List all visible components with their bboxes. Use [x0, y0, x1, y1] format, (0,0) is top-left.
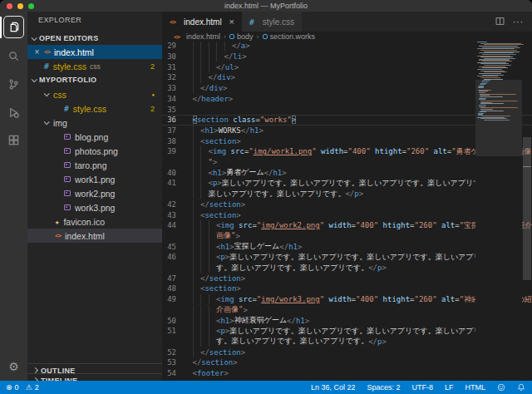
token: > — [243, 306, 247, 314]
minimap-line — [480, 77, 500, 78]
open-editor-style.css[interactable]: #style.csscss2 — [27, 59, 162, 73]
line-number: 35 — [162, 106, 185, 114]
scrollbar-thumb[interactable] — [523, 137, 531, 280]
activity-source-control-icon[interactable] — [0, 70, 27, 98]
tree-item-work1.png[interactable]: work1.png — [27, 172, 162, 186]
line-number: 47 — [162, 274, 185, 283]
line-number: 53 — [162, 358, 185, 367]
token: class — [233, 116, 255, 124]
token: > — [235, 232, 239, 240]
breadcrumb-item-body[interactable]: body — [229, 32, 254, 41]
html-file-icon: <> — [44, 48, 50, 56]
tree-item-photos.png[interactable]: photos.png — [27, 144, 162, 158]
code-text: </header> — [185, 94, 233, 105]
indent-guides — [185, 72, 209, 83]
vscode-window: index.html — MyPortfolio ⚙ EXPLORER OPEN… — [0, 0, 532, 394]
token: す。楽しいアプリです。楽しいアプリです。 — [216, 263, 368, 273]
tree-item-style.css[interactable]: #style.css2 — [27, 101, 162, 116]
indent-guides — [185, 146, 209, 157]
activity-extensions-icon[interactable] — [0, 126, 27, 155]
token: "260" — [414, 221, 436, 229]
close-icon[interactable]: × — [229, 17, 234, 27]
minimap-line — [484, 65, 511, 66]
tree-item-img[interactable]: img — [27, 116, 162, 130]
token: </ — [224, 52, 234, 61]
feedback-icon[interactable] — [497, 383, 505, 392]
status-ln-36-col-22[interactable]: Ln 36, Col 22 — [311, 383, 356, 392]
file-label: work1.png — [75, 175, 115, 185]
token: > — [234, 63, 239, 71]
breadcrumb-item-index.html[interactable]: <>index.html — [174, 32, 220, 41]
open-editors-header[interactable]: OPEN EDITORS — [27, 32, 162, 45]
code-text: <section> — [185, 283, 241, 294]
status-spaces-2[interactable]: Spaces: 2 — [367, 383, 400, 392]
tree-item-favicon.ico[interactable]: ★favicon.ico — [27, 214, 162, 229]
image-file-icon — [64, 190, 71, 196]
tree-item-work2.png[interactable]: work2.png — [27, 186, 162, 200]
gear-icon[interactable]: ⚙ — [0, 356, 27, 377]
line-number: 38 — [162, 137, 185, 145]
activity-explorer-icon[interactable] — [0, 13, 27, 42]
problems-status[interactable]: ⊗0⚠2 — [0, 383, 43, 392]
token: > — [242, 52, 246, 61]
token: 楽しいアプリです。楽しいアプリです。楽しいアプリです。楽しいアプリです。 — [222, 178, 496, 189]
more-actions-icon[interactable]: ··· — [513, 17, 524, 27]
file-label: photos.png — [75, 146, 118, 156]
code-text: <p>楽しいアプリです。楽しいアプリです。楽しいアプリです。楽しいアプリで — [185, 326, 489, 337]
split-editor-icon[interactable] — [495, 14, 505, 29]
token: 宝探しゲーム — [234, 241, 280, 252]
code-text: </section> — [185, 273, 245, 283]
activity-search-icon[interactable] — [0, 42, 27, 70]
close-icon[interactable]: × — [33, 47, 41, 57]
indent-guides — [185, 94, 193, 105]
activity-debug-icon[interactable] — [0, 98, 27, 126]
token: > — [292, 116, 296, 124]
token: section — [204, 284, 236, 293]
problem-count: 2 — [35, 383, 39, 392]
code-text: <footer> — [185, 368, 229, 379]
token: </ — [200, 84, 209, 92]
token: 楽しいアプリです。楽しいアプリです。 — [209, 189, 346, 199]
token: h1 — [288, 243, 298, 251]
zoom-window-button[interactable] — [28, 3, 34, 9]
tab-index.html[interactable]: <>index.html× — [162, 12, 242, 32]
tree-item-work3.png[interactable]: work3.png — [27, 200, 162, 214]
minimap[interactable] — [475, 42, 522, 381]
token: htight — [383, 295, 411, 303]
token: </ — [287, 317, 296, 325]
status-html[interactable]: HTML — [466, 383, 486, 392]
tree-item-taro.png[interactable]: taro.png — [27, 158, 162, 172]
minimap-slider[interactable] — [475, 80, 522, 156]
folder-hint: css — [90, 62, 101, 71]
indent-guides — [185, 189, 209, 199]
tree-item-index.html[interactable]: <>index.html — [27, 229, 162, 243]
token: </ — [200, 348, 209, 357]
problems-badge: 2 — [150, 62, 155, 71]
tab-style.css[interactable]: #style.css — [242, 12, 303, 32]
token: width — [321, 147, 343, 155]
token: > — [282, 169, 286, 177]
open-editor-index.html[interactable]: ×<>index.html — [27, 45, 162, 59]
token: "400" — [356, 295, 378, 303]
code-editor[interactable]: 54<footer>53</section>52</section>す。楽しいア… — [162, 42, 532, 381]
minimize-window-button[interactable] — [17, 3, 23, 9]
window-title: index.html — MyPortfolio — [224, 2, 308, 10]
token: alt — [441, 295, 455, 303]
indent-guides — [185, 83, 200, 94]
token: 楽しいアプリです。楽しいアプリです。楽しいアプリです。楽しいアプリで — [229, 252, 489, 263]
status-lf[interactable]: LF — [445, 383, 454, 392]
code-text: 介画像"> — [185, 304, 248, 315]
tree-item-css[interactable]: css● — [27, 87, 162, 101]
token: </ — [193, 95, 202, 103]
code-text: </ul> — [185, 62, 239, 72]
error-icon: ⊗ — [6, 383, 12, 392]
breadcrumb-item-section.works[interactable]: section.works — [263, 32, 316, 41]
workspace-header[interactable]: MYPORTFOLIO — [27, 73, 162, 86]
chevron-down-icon — [32, 35, 37, 41]
status-utf-8[interactable]: UTF-8 — [411, 383, 433, 392]
close-window-button[interactable] — [7, 3, 12, 9]
token: li — [233, 52, 242, 61]
bell-icon[interactable] — [517, 383, 525, 392]
tree-item-blog.png[interactable]: blog.png — [27, 130, 162, 144]
line-number: 51 — [162, 327, 185, 335]
